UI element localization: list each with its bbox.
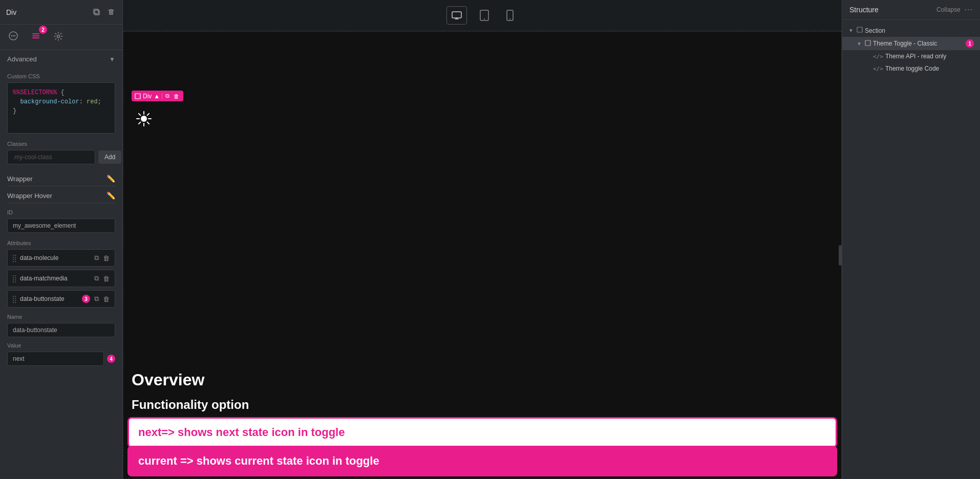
svg-point-3 bbox=[11, 35, 12, 36]
structure-title: Structure bbox=[849, 6, 879, 14]
mobile-device-button[interactable] bbox=[502, 6, 518, 25]
sun-icon bbox=[136, 111, 152, 127]
wrapper-hover-label: Wrapper Hover bbox=[7, 192, 52, 200]
wrapper-label: Wrapper bbox=[7, 175, 33, 183]
wrapper-edit-icon[interactable]: ✏️ bbox=[106, 175, 115, 183]
add-class-button[interactable]: Add bbox=[98, 150, 121, 164]
theme-toggle-code-label: Theme toggle Code bbox=[885, 65, 974, 72]
div-delete-icon[interactable]: 🗑 bbox=[173, 92, 180, 100]
attr-delete-button[interactable]: 🗑 bbox=[102, 253, 111, 263]
panel-header: Div bbox=[0, 0, 122, 25]
canvas-functionality-text: Functionality option bbox=[132, 398, 833, 412]
svg-rect-25 bbox=[857, 27, 862, 32]
theme-toggle-icon bbox=[865, 40, 871, 48]
attr-duplicate-button[interactable]: ⧉ bbox=[93, 253, 100, 263]
attributes-list: ⣿ data-molecule ⧉ 🗑 ⣿ data-matchmedia ⧉ … bbox=[7, 249, 115, 308]
section-icon bbox=[857, 27, 863, 34]
tree-item-theme-toggle-classic[interactable]: ▼ Theme Toggle - Classic 1 bbox=[842, 37, 980, 50]
theme-toggle-classic-label: Theme Toggle - Classic bbox=[873, 40, 964, 47]
classes-input[interactable] bbox=[7, 150, 95, 164]
wrapper-row: Wrapper ✏️ bbox=[7, 171, 115, 186]
annotation-current-text: current => shows current state icon in t… bbox=[138, 454, 379, 467]
attr-name-data-matchmedia: data-matchmedia bbox=[20, 275, 90, 282]
tab-settings[interactable] bbox=[51, 29, 66, 46]
attr-drag-icon-2[interactable]: ⣿ bbox=[12, 274, 17, 282]
advanced-section-body: Custom CSS %%SELECTOR%% { background-col… bbox=[0, 68, 122, 376]
attr-drag-icon[interactable]: ⣿ bbox=[12, 254, 17, 262]
advanced-chevron: ▼ bbox=[109, 56, 115, 63]
tab-layers-badge[interactable]: 2 bbox=[29, 29, 43, 46]
svg-rect-26 bbox=[865, 40, 870, 46]
tree-item-section[interactable]: ▼ Section bbox=[842, 24, 980, 37]
attributes-label: Attributes bbox=[7, 240, 115, 246]
annotation-current: current => shows current state icon in t… bbox=[127, 446, 837, 476]
main-toolbar bbox=[123, 0, 842, 31]
attr-item-data-matchmedia: ⣿ data-matchmedia ⧉ 🗑 bbox=[7, 270, 115, 287]
tree-item-theme-api[interactable]: </> Theme API - read only bbox=[842, 50, 980, 62]
right-panel-actions: Collapse ··· bbox=[936, 5, 973, 14]
attr-duplicate-button-2[interactable]: ⧉ bbox=[93, 273, 100, 284]
structure-dots-button[interactable]: ··· bbox=[965, 5, 973, 14]
svg-rect-7 bbox=[32, 35, 39, 36]
svg-point-12 bbox=[484, 18, 485, 19]
annotation-next-text: next=> shows next state icon in toggle bbox=[138, 426, 345, 439]
attr-delete-button-2[interactable]: 🗑 bbox=[102, 273, 111, 284]
value-field-label: Value bbox=[7, 342, 115, 349]
desktop-device-button[interactable] bbox=[446, 6, 467, 25]
svg-rect-10 bbox=[452, 12, 461, 18]
name-field-label: Name bbox=[7, 314, 115, 320]
attr-name-data-molecule: data-molecule bbox=[20, 254, 90, 262]
panel-tabs: 2 bbox=[0, 25, 122, 50]
div-duplicate-icon[interactable]: ⧉ bbox=[164, 92, 171, 100]
wrapper-hover-edit-icon[interactable]: ✏️ bbox=[106, 191, 115, 200]
id-input[interactable] bbox=[7, 219, 115, 233]
svg-line-22 bbox=[147, 122, 150, 124]
canvas-resize-handle[interactable]: ··· bbox=[839, 245, 842, 266]
theme-toggle-chevron: ▼ bbox=[857, 41, 863, 47]
name-input[interactable] bbox=[7, 323, 115, 337]
theme-toggle-badge: 1 bbox=[966, 39, 974, 48]
wrapper-hover-row: Wrapper Hover ✏️ bbox=[7, 188, 115, 203]
attr-item-actions-3: ⧉ 🗑 bbox=[93, 294, 111, 304]
classes-label: Classes bbox=[7, 141, 115, 147]
attr-item-actions-2: ⧉ 🗑 bbox=[93, 273, 111, 284]
duplicate-button[interactable] bbox=[92, 7, 102, 17]
value-input[interactable] bbox=[7, 352, 104, 366]
name-section: Name Value 4 bbox=[7, 314, 115, 371]
div-icon bbox=[135, 93, 141, 99]
custom-css-editor[interactable]: %%SELECTOR%% { background-color: red; } bbox=[7, 82, 115, 134]
svg-line-24 bbox=[139, 122, 141, 124]
resize-dots: ··· bbox=[838, 252, 842, 258]
tablet-device-button[interactable] bbox=[475, 6, 494, 25]
tab-layers-badge-count: 2 bbox=[39, 26, 47, 34]
svg-line-23 bbox=[147, 114, 150, 116]
id-field-label: ID bbox=[7, 209, 115, 215]
div-toolbar: Div ▲ ⧉ 🗑 bbox=[132, 91, 183, 101]
div-label: Div bbox=[143, 93, 152, 100]
attr-drag-icon-3[interactable]: ⣿ bbox=[12, 295, 17, 303]
tab-chat[interactable] bbox=[6, 29, 20, 46]
theme-api-label: Theme API - read only bbox=[885, 53, 974, 60]
advanced-section-header[interactable]: Advanced ▼ bbox=[0, 50, 122, 68]
annotation-next: next=> shows next state icon in toggle bbox=[127, 417, 837, 448]
svg-rect-15 bbox=[135, 94, 140, 99]
tree-item-theme-toggle-code[interactable]: </> Theme toggle Code bbox=[842, 62, 980, 75]
delete-button[interactable] bbox=[106, 7, 116, 17]
collapse-button[interactable]: Collapse bbox=[936, 6, 961, 13]
canvas-overview-text: Overview bbox=[132, 371, 833, 389]
right-panel-header: Structure Collapse ··· bbox=[842, 0, 980, 20]
section-chevron: ▼ bbox=[848, 28, 855, 33]
canvas-area: Div ▲ ⧉ 🗑 bbox=[123, 31, 842, 479]
classes-row: Add bbox=[7, 150, 115, 164]
attr-delete-button-3[interactable]: 🗑 bbox=[102, 294, 111, 304]
main-area: Div ▲ ⧉ 🗑 bbox=[123, 0, 842, 479]
attr-duplicate-button-3[interactable]: ⧉ bbox=[93, 294, 100, 304]
section-label: Section bbox=[865, 27, 974, 34]
attr-badge-buttonstate: 3 bbox=[82, 295, 90, 303]
theme-api-icon: </> bbox=[873, 53, 883, 60]
canvas-text-section: Overview Functionality option bbox=[132, 371, 833, 412]
div-separator bbox=[162, 93, 162, 99]
svg-point-4 bbox=[13, 35, 14, 36]
svg-point-9 bbox=[57, 35, 60, 37]
custom-css-label: Custom CSS bbox=[7, 73, 115, 79]
